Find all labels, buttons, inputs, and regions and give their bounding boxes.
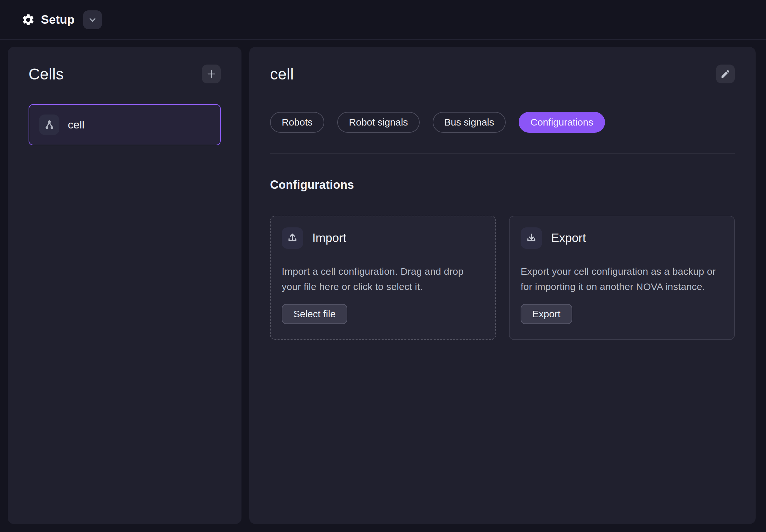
tabs-divider: [270, 153, 735, 154]
tab-configurations[interactable]: Configurations: [519, 112, 605, 133]
gear-icon: [21, 13, 35, 27]
export-card-description: Export your cell configuration as a back…: [521, 264, 723, 294]
select-file-button[interactable]: Select file: [282, 304, 347, 324]
cell-item-label: cell: [68, 118, 84, 131]
cell-detail-panel: cell Robots Robot signals Bus signals Co…: [249, 47, 756, 524]
chevron-down-icon: [88, 15, 97, 25]
plus-icon: [206, 68, 217, 79]
cell-detail-tabs: Robots Robot signals Bus signals Configu…: [270, 112, 735, 133]
tab-robot-signals[interactable]: Robot signals: [337, 112, 420, 133]
cell-list-item[interactable]: cell: [29, 104, 221, 145]
import-dropzone-card[interactable]: Import Import a cell configuration. Drag…: [270, 216, 496, 340]
tab-bus-signals[interactable]: Bus signals: [433, 112, 506, 133]
cell-detail-title: cell: [270, 65, 294, 83]
cells-panel-title: Cells: [29, 65, 64, 83]
setup-menu-button[interactable]: [83, 10, 102, 29]
download-icon: [521, 227, 542, 249]
tab-robots[interactable]: Robots: [270, 112, 324, 133]
edit-cell-button[interactable]: [716, 65, 735, 83]
cells-panel: Cells cell: [8, 47, 241, 524]
app-title: Setup: [41, 13, 75, 27]
add-cell-button[interactable]: [202, 65, 221, 83]
configuration-cards: Import Import a cell configuration. Drag…: [270, 216, 735, 340]
cell-network-icon: [39, 115, 59, 135]
import-card-title: Import: [312, 231, 346, 245]
import-card-description: Import a cell configuration. Drag and dr…: [282, 264, 484, 294]
content-area: Cells cell: [0, 40, 766, 532]
export-button[interactable]: Export: [521, 304, 572, 324]
pencil-icon: [720, 69, 731, 79]
export-card: Export Export your cell configuration as…: [509, 216, 735, 340]
top-bar: Setup: [0, 0, 766, 40]
export-card-title: Export: [551, 231, 586, 245]
configurations-section-title: Configurations: [270, 178, 735, 192]
upload-icon: [282, 227, 303, 249]
cell-list: cell: [29, 104, 221, 145]
